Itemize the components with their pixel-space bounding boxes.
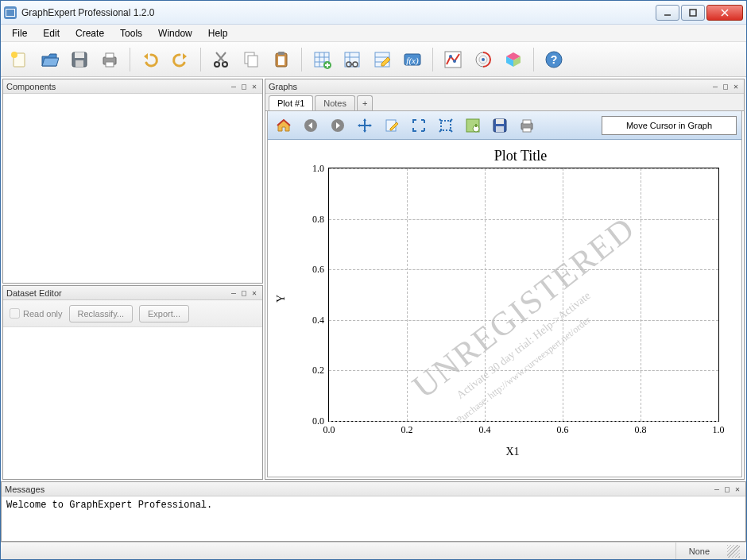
- print-plot-icon[interactable]: [516, 114, 538, 137]
- tab-plot1[interactable]: Plot #1: [269, 95, 313, 110]
- panel-minimize-icon[interactable]: —: [712, 485, 722, 493]
- minimize-button[interactable]: [656, 5, 679, 21]
- plot-area[interactable]: Plot Title Y UNREGISTERED Activate 30 da…: [268, 140, 741, 477]
- components-panel: Components — □ ✕: [2, 79, 263, 284]
- panel-minimize-icon[interactable]: —: [710, 82, 720, 91]
- dataset-editor-panel: Dataset Editor — □ ✕ Read only Reclassif…: [2, 285, 263, 480]
- y-tick: 0.4: [312, 314, 324, 326]
- panel-maximize-icon[interactable]: □: [721, 82, 730, 91]
- menu-help[interactable]: Help: [200, 25, 236, 41]
- menu-file[interactable]: File: [4, 25, 35, 41]
- panel-close-icon[interactable]: ✕: [250, 82, 259, 91]
- y-tick: 0.6: [312, 264, 324, 276]
- reclassify-button[interactable]: Reclassify...: [69, 305, 133, 322]
- menu-create[interactable]: Create: [68, 25, 112, 41]
- y-axis-label: Y: [275, 295, 288, 303]
- svg-rect-17: [248, 56, 257, 67]
- x-tick: 0.8: [635, 424, 647, 436]
- maximize-button[interactable]: [681, 5, 705, 21]
- configure-icon[interactable]: [462, 114, 484, 137]
- svg-rect-1: [690, 10, 696, 16]
- copy-button[interactable]: [238, 46, 265, 73]
- open-button[interactable]: [36, 46, 63, 73]
- plot-button[interactable]: [439, 46, 466, 73]
- home-icon[interactable]: [273, 114, 295, 137]
- dataset-editor-body[interactable]: [3, 327, 262, 479]
- edit-plot-icon[interactable]: [381, 114, 403, 137]
- svg-point-41: [449, 55, 452, 58]
- plot-toolbar: Move Cursor in Graph: [268, 111, 741, 140]
- panel-close-icon[interactable]: ✕: [733, 485, 742, 493]
- undo-button[interactable]: [137, 46, 164, 73]
- tab-add[interactable]: +: [357, 95, 373, 110]
- messages-panel: Messages — □ ✕ Welcome to GraphExpert Pr…: [1, 481, 746, 542]
- y-tick: 1.0: [312, 163, 324, 175]
- panel-minimize-icon[interactable]: —: [229, 82, 238, 91]
- svg-point-5: [11, 52, 17, 58]
- cut-button[interactable]: [207, 46, 234, 73]
- svg-rect-61: [496, 119, 504, 124]
- panel-close-icon[interactable]: ✕: [250, 288, 259, 297]
- status-right: None: [675, 543, 722, 559]
- svg-rect-56: [441, 121, 451, 130]
- titlebar: GraphExpert Professional 1.2.0: [1, 1, 746, 25]
- function-button[interactable]: f(x): [399, 46, 426, 73]
- back-icon[interactable]: [300, 114, 322, 137]
- panel-maximize-icon[interactable]: □: [239, 288, 249, 297]
- panel-minimize-icon[interactable]: —: [229, 288, 238, 297]
- 3d-plot-button[interactable]: [500, 46, 527, 73]
- statusbar: None: [1, 542, 746, 559]
- messages-body[interactable]: Welcome to GraphExpert Professional.: [2, 496, 745, 541]
- save-plot-icon[interactable]: [489, 114, 511, 137]
- window-title: GraphExpert Professional 1.2.0: [21, 7, 656, 18]
- svg-rect-65: [523, 128, 531, 132]
- paste-button[interactable]: [268, 46, 295, 73]
- y-tick: 0.2: [312, 365, 324, 377]
- svg-rect-7: [75, 52, 84, 58]
- redo-button[interactable]: [167, 46, 194, 73]
- edit-data-button[interactable]: [369, 46, 396, 73]
- svg-rect-11: [106, 62, 114, 67]
- menu-window[interactable]: Window: [150, 25, 200, 41]
- panel-close-icon[interactable]: ✕: [731, 82, 741, 91]
- new-button[interactable]: [6, 46, 33, 73]
- link-data-button[interactable]: [339, 46, 366, 73]
- components-body[interactable]: [3, 94, 262, 283]
- add-data-button[interactable]: [308, 46, 335, 73]
- zoom-rect-icon[interactable]: [435, 114, 457, 137]
- help-button[interactable]: ?: [540, 46, 567, 73]
- close-button[interactable]: [706, 5, 743, 21]
- x-tick: 0.0: [323, 424, 335, 436]
- svg-point-12: [215, 62, 219, 67]
- x-tick: 0.2: [401, 424, 413, 436]
- svg-text:?: ?: [551, 53, 558, 66]
- export-button[interactable]: Export...: [139, 305, 189, 322]
- svg-line-14: [218, 52, 226, 62]
- svg-point-42: [453, 60, 456, 63]
- svg-text:f(x): f(x): [406, 56, 419, 66]
- y-tick: 0.8: [312, 213, 324, 225]
- graphs-title: Graphs: [269, 82, 710, 91]
- forward-icon[interactable]: [327, 114, 349, 137]
- app-icon: [4, 6, 17, 19]
- svg-rect-59: [475, 124, 477, 127]
- messages-title: Messages: [5, 485, 712, 494]
- svg-rect-62: [496, 126, 504, 132]
- menu-edit[interactable]: Edit: [35, 25, 68, 41]
- svg-line-15: [216, 52, 224, 62]
- panel-maximize-icon[interactable]: □: [722, 485, 732, 493]
- zoom-extents-icon[interactable]: [408, 114, 430, 137]
- pan-icon[interactable]: [354, 114, 376, 137]
- resize-grip-icon[interactable]: [727, 545, 740, 558]
- main-toolbar: f(x) ?: [1, 42, 746, 77]
- tab-notes[interactable]: Notes: [315, 95, 355, 110]
- print-button[interactable]: [96, 46, 123, 73]
- polar-plot-button[interactable]: [470, 46, 497, 73]
- save-button[interactable]: [66, 46, 93, 73]
- x-tick: 1.0: [713, 424, 725, 436]
- read-only-checkbox[interactable]: Read only: [10, 308, 63, 319]
- panel-maximize-icon[interactable]: □: [239, 82, 249, 91]
- dataset-editor-title: Dataset Editor: [6, 288, 229, 298]
- menu-tools[interactable]: Tools: [112, 25, 150, 41]
- components-title: Components: [6, 82, 229, 91]
